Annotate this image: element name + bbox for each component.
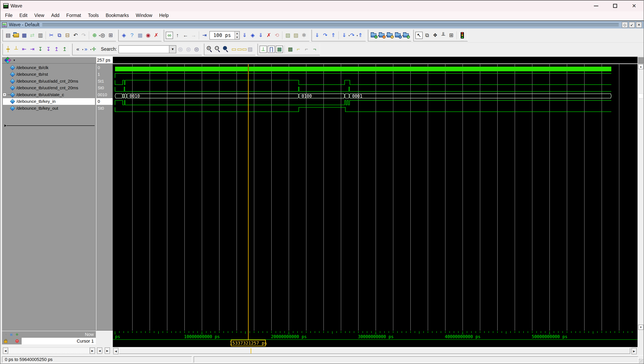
wave-scroll-left-button[interactable]: ◀	[113, 348, 119, 354]
prev-transition-button[interactable]: ⇤	[21, 46, 28, 53]
maximize-button[interactable]	[605, 0, 624, 11]
forward-button[interactable]: →	[190, 32, 197, 39]
signal-row-end_cnt_20ms[interactable]: /debounce_tb/uut/end_cnt_20ms	[3, 85, 95, 91]
menu-add[interactable]: Add	[48, 13, 63, 18]
next-falling-button[interactable]: ↧	[45, 46, 52, 53]
signal-row-state_c[interactable]: +/debounce_tb/uut/state_c	[3, 91, 95, 98]
zoom-full-button[interactable]	[222, 46, 229, 53]
break-button[interactable]: ✗	[265, 32, 272, 39]
save-group-button[interactable]: ▪▾	[394, 32, 401, 39]
add-wave-button[interactable]: ⊕▾	[91, 32, 98, 39]
run-length-value[interactable]: 100 ps	[210, 32, 235, 38]
minimize-button[interactable]	[586, 0, 605, 11]
tab-grip[interactable]	[42, 23, 619, 26]
pattern-high-button[interactable]: ¬	[311, 46, 318, 53]
names-scroll-track[interactable]	[8, 348, 90, 354]
export-group-button[interactable]: ➜	[402, 32, 409, 39]
wrench-icon[interactable]: /	[9, 339, 13, 343]
prev-falling-button[interactable]: ↧	[37, 46, 44, 53]
zoom-range-button[interactable]: ▭▭	[238, 46, 246, 53]
cursor1-row[interactable]: / − Cursor 1	[2, 338, 96, 344]
menu-format[interactable]: Format	[63, 13, 85, 18]
paste-button[interactable]: ⊟	[64, 32, 71, 39]
redo-button[interactable]: ↷	[80, 32, 87, 39]
run-length-spinbox[interactable]: 100 ps▲▼	[209, 31, 240, 40]
view-process-button[interactable]: ◉	[145, 32, 152, 39]
expand-button[interactable]: »▾	[82, 46, 90, 53]
menu-tools[interactable]: Tools	[85, 13, 102, 18]
next-transition-button[interactable]: ⇥	[29, 46, 36, 53]
search-dropdown-button[interactable]: ▼	[169, 45, 176, 53]
signal-row-clk[interactable]: /debounce_tb/clk	[3, 64, 95, 71]
zoom-select-button[interactable]: ▧	[246, 46, 254, 53]
pattern-a-button[interactable]: ▨	[284, 32, 291, 39]
wave-scroll-up-button[interactable]: ▲	[638, 64, 643, 69]
run-up-button[interactable]: ⇑	[357, 32, 364, 39]
close-pane-button[interactable]: ✕	[636, 22, 642, 28]
up-hierarchy-button[interactable]: ↑	[174, 32, 181, 39]
remove-cursor-icon[interactable]: −	[15, 339, 19, 343]
values-scroll-left-button[interactable]: ◀	[97, 348, 102, 354]
run-length-button[interactable]: ⇓	[241, 32, 248, 39]
signal-row-key_out[interactable]: /debounce_tb/key_out	[3, 105, 95, 112]
run-all-down-button[interactable]: ⇓▾	[341, 32, 348, 39]
save-button[interactable]: ▦	[21, 32, 28, 39]
pan-hand-button[interactable]: ❃	[300, 32, 308, 39]
event-view-button[interactable]: ⊥	[260, 46, 267, 53]
event-blue-button[interactable]: ∏	[268, 46, 275, 53]
waveform-svg[interactable]: 0010010000010 ps10000000000 ps2000000000…	[113, 64, 637, 346]
next-rising-button[interactable]: ↥	[61, 46, 68, 53]
prev-rising-button[interactable]: ↥	[53, 46, 60, 53]
undo-button[interactable]: ↶	[72, 32, 79, 39]
wave-scroll-thumb[interactable]	[119, 348, 630, 354]
menu-edit[interactable]: Edit	[16, 13, 31, 18]
undock-button[interactable]: ↙	[629, 22, 635, 28]
close-button[interactable]: ✕	[624, 0, 643, 11]
search-input[interactable]	[119, 45, 169, 53]
delete-cursor-button[interactable]: ┴	[13, 46, 20, 53]
menu-help[interactable]: Help	[156, 13, 172, 18]
values-scroll-right-button[interactable]: ▶	[105, 348, 110, 354]
remove-all-button[interactable]: ✗	[153, 32, 160, 39]
link-button[interactable]: ∞	[166, 32, 173, 39]
wave-scroll-down-button[interactable]: ▼	[638, 324, 643, 330]
menu-view[interactable]: View	[31, 13, 48, 18]
pattern-b-button[interactable]: ▨	[292, 32, 300, 39]
run-next-button[interactable]: ⇓	[257, 32, 264, 39]
menu-file[interactable]: File	[2, 13, 16, 18]
virtual-signal-button[interactable]: ✛	[90, 46, 98, 53]
show-unknowns-button[interactable]: ?	[128, 32, 136, 39]
pattern-step-button[interactable]: ⌐	[295, 46, 302, 53]
pattern-low-button[interactable]: ⌐	[303, 46, 310, 53]
event-green-button[interactable]: ▦	[276, 46, 283, 53]
chevron-down-icon[interactable]: ▼	[13, 59, 16, 62]
search-options-button[interactable]: ◎	[193, 46, 200, 53]
add-cursor-button[interactable]: ┿	[5, 46, 12, 53]
pattern-grid2-button[interactable]: ▩	[287, 46, 294, 53]
step-over-button[interactable]: ↷	[322, 32, 329, 39]
select-mode-button[interactable]: ↖	[415, 32, 423, 39]
wave-vscroll-track[interactable]	[638, 69, 643, 324]
expand-plus-icon[interactable]: +	[3, 93, 6, 96]
pan-mode-button[interactable]: ❖	[432, 32, 439, 39]
collapse-button[interactable]: «▾	[74, 46, 82, 53]
waveform-canvas[interactable]: 0010010000010 ps10000000000 ps2000000000…	[113, 57, 637, 347]
wave-scroll-right-button[interactable]: ▶	[631, 348, 637, 354]
find-button[interactable]: ◎	[99, 32, 106, 39]
step-into-button[interactable]: ⇓	[314, 32, 321, 39]
remove-group-button[interactable]: −▾	[378, 32, 385, 39]
signal-row-add_cnt_20ms[interactable]: /debounce_tb/uut/add_cnt_20ms	[3, 78, 95, 84]
menu-bookmarks[interactable]: Bookmarks	[102, 13, 132, 18]
edit-group-button[interactable]: ✎	[386, 32, 393, 39]
cursor1-label[interactable]: Cursor 1	[22, 338, 96, 344]
add-cursor-icon[interactable]: ⊕	[15, 332, 19, 336]
run-marker-button[interactable]: ◈	[249, 32, 256, 39]
show-outline-button[interactable]: ⊞	[107, 32, 114, 39]
names-scroll-left-button[interactable]: ◀	[3, 348, 8, 354]
pattern-grid-button[interactable]: ▩	[137, 32, 144, 39]
restart-button[interactable]: ⟲	[273, 32, 281, 39]
menu-window[interactable]: Window	[132, 13, 156, 18]
open-file-button[interactable]	[13, 32, 20, 39]
dock-button[interactable]: ◇	[622, 22, 628, 28]
search-reverse-button[interactable]: ◎	[177, 46, 184, 53]
